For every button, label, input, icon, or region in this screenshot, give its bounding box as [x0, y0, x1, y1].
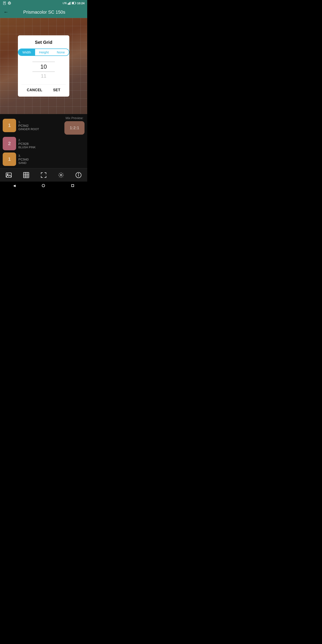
svg-rect-9 [70, 2, 71, 5]
color-info-1: 1. PC942 GINGER ROOT [18, 120, 39, 131]
color-info-3: 3. PC940 SAND [18, 154, 28, 164]
svg-rect-2 [4, 3, 5, 3]
color-row-2: 2 2. PC928 BLUSH PINK [3, 137, 84, 150]
picker-line-top [32, 62, 55, 62]
picker-active-value[interactable]: 10 [40, 63, 47, 70]
svg-rect-16 [24, 172, 29, 178]
svg-line-13 [73, 2, 74, 2]
svg-point-21 [60, 174, 62, 176]
android-recents-button[interactable] [71, 184, 74, 187]
swatch-1: 1 [3, 119, 16, 132]
top-bar: ← Prismacolor SC 150s [0, 6, 87, 18]
battery-icon [72, 2, 76, 4]
svg-point-4 [9, 2, 10, 4]
color-row-1: 1 1. PC942 GINGER ROOT Mix Preview: 1:2:… [3, 116, 84, 134]
nav-settings-icon[interactable] [56, 170, 66, 180]
color-list: 1 1. PC942 GINGER ROOT Mix Preview: 1:2:… [0, 114, 87, 168]
svg-rect-6 [68, 3, 68, 5]
android-nav: ◀ [0, 182, 87, 190]
tab-group[interactable]: Width Height None [18, 48, 69, 56]
svg-point-24 [78, 174, 79, 174]
color-name-1: GINGER ROOT [18, 128, 39, 131]
svg-rect-7 [69, 3, 69, 5]
color-code-2: PC928 [18, 142, 36, 146]
android-home-button[interactable] [42, 184, 45, 187]
bottom-nav [0, 168, 87, 182]
dialog-overlay: Set Grid Width Height None 10 11 CANCEL … [0, 18, 87, 114]
tab-none[interactable]: None [53, 49, 69, 56]
back-button[interactable]: ← [4, 9, 8, 15]
tab-width[interactable]: Width [18, 49, 35, 56]
android-back-button[interactable]: ◀ [13, 184, 16, 188]
color-code-3: PC940 [18, 158, 28, 161]
color-code-1: PC942 [18, 124, 39, 128]
status-bar-left [3, 1, 11, 5]
signal-icon [8, 1, 11, 5]
picker-line-bottom [32, 72, 55, 72]
signal-bars-icon [68, 2, 71, 5]
nav-grid-icon[interactable] [22, 170, 31, 180]
svg-rect-8 [70, 2, 70, 5]
number-picker: 10 11 [22, 60, 66, 79]
set-button[interactable]: SET [50, 87, 64, 93]
nav-info-icon[interactable] [74, 170, 83, 180]
swatch-3: 1 [3, 152, 16, 166]
mix-preview-col: Mix Preview: 1:2:1 [64, 116, 84, 134]
svg-rect-14 [6, 173, 12, 177]
swatch-2: 2 [3, 137, 16, 150]
svg-rect-11 [76, 3, 76, 4]
color-name-3: SAND [18, 161, 28, 164]
picker-inactive-value[interactable]: 11 [41, 73, 46, 79]
dialog-title: Set Grid [35, 40, 52, 45]
svg-point-3 [8, 2, 11, 4]
dialog-actions: CANCEL SET [22, 84, 66, 93]
time-display: 10:24 [77, 2, 84, 5]
color-info-2: 2. PC928 BLUSH PINK [18, 138, 36, 149]
tab-height[interactable]: Height [35, 49, 53, 56]
color-name-2: BLUSH PINK [18, 146, 36, 149]
cancel-button[interactable]: CANCEL [23, 87, 46, 93]
status-bar-right: LTE 10:24 [63, 2, 84, 5]
color-number-2: 2. [18, 138, 36, 142]
mix-ratio: 1:2:1 [70, 126, 79, 130]
svg-rect-12 [72, 2, 74, 4]
color-row-3: 1 3. PC940 SAND [3, 152, 84, 166]
svg-rect-1 [4, 2, 5, 3]
mix-preview-label: Mix Preview: [66, 116, 83, 120]
set-grid-dialog: Set Grid Width Height None 10 11 CANCEL … [18, 35, 69, 96]
sim-icon [3, 1, 6, 5]
nav-expand-icon[interactable] [39, 170, 48, 180]
lte-badge: LTE [63, 2, 67, 4]
mix-swatch: 1:2:1 [64, 121, 84, 134]
nav-image-icon[interactable] [4, 170, 13, 180]
color-number-1: 1. [18, 120, 39, 124]
status-bar: LTE 10:24 [0, 0, 87, 6]
color-number-3: 3. [18, 154, 28, 158]
image-area: Set Grid Width Height None 10 11 CANCEL … [0, 18, 87, 114]
page-title: Prismacolor SC 150s [12, 10, 76, 15]
